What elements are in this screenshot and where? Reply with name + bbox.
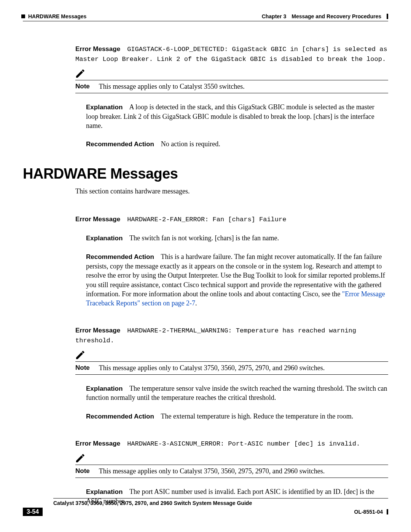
explanation-text: The temperature sensor valve inside the … <box>86 385 387 402</box>
footer-right: OL-8551-04 <box>354 509 388 515</box>
page-number-badge: 3-54 <box>23 508 43 516</box>
error-message-block: Error Message GIGASTACK-6-LOOP_DETECTED:… <box>75 44 388 64</box>
bar-icon <box>387 509 388 514</box>
section-intro: This section contains hardware messages. <box>75 187 388 195</box>
page-header: HARDWARE Messages Chapter 3 Message and … <box>23 13 388 19</box>
chapter-title: Message and Recovery Procedures <box>292 13 381 19</box>
footer-guide-title: Catalyst 3750, 3560, 3550, 2975, 2970, a… <box>53 500 388 506</box>
note-label: Note <box>75 467 90 475</box>
footer-rule <box>53 498 388 498</box>
error-message-label: Error Message <box>75 216 120 223</box>
note-text: This message applies only to Catalyst 35… <box>99 83 245 91</box>
error-message-code: HARDWARE-3-ASICNUM_ERROR: Port-ASIC numb… <box>127 440 360 447</box>
header-rule <box>23 21 388 21</box>
action-block: Recommended Action This is a hardware fa… <box>75 252 388 308</box>
section-title: HARDWARE Messages <box>23 166 388 182</box>
header-section: HARDWARE Messages <box>28 13 86 19</box>
action-label: Recommended Action <box>86 413 154 420</box>
note-block: Note This message applies only to Cataly… <box>75 454 388 478</box>
pencil-icon <box>75 454 85 462</box>
note-block: Note This message applies only to Cataly… <box>75 69 388 93</box>
explanation-label: Explanation <box>86 488 123 495</box>
bar-icon <box>387 14 388 19</box>
action-text: The external temperature is high. Reduce… <box>161 412 354 420</box>
content: Error Message GIGASTACK-6-LOOP_DETECTED:… <box>23 44 388 506</box>
explanation-label: Explanation <box>86 385 123 392</box>
bullet-icon <box>21 14 25 18</box>
error-message-block: Error Message HARDWARE-2-THERMAL_WARNING… <box>75 326 388 345</box>
doc-id: OL-8551-04 <box>354 509 383 515</box>
explanation-block: Explanation A loop is detected in the st… <box>75 102 388 131</box>
note-label: Note <box>75 83 90 90</box>
chapter-label: Chapter 3 <box>262 13 287 19</box>
page: HARDWARE Messages Chapter 3 Message and … <box>0 0 411 532</box>
pencil-icon <box>75 69 85 78</box>
note-text: This message applies only to Catalyst 37… <box>99 364 325 372</box>
action-block: Recommended Action The external temperat… <box>75 412 388 421</box>
page-footer: Catalyst 3750, 3560, 3550, 2975, 2970, a… <box>23 498 388 516</box>
explanation-text: The switch fan is not working. [chars] i… <box>129 234 279 242</box>
pencil-icon <box>75 351 85 359</box>
note-label: Note <box>75 364 90 372</box>
header-right: Chapter 3 Message and Recovery Procedure… <box>262 13 388 19</box>
error-message-code: HARDWARE-2-FAN_ERROR: Fan [chars] Failur… <box>127 216 286 223</box>
action-label: Recommended Action <box>86 253 154 260</box>
action-text: No action is required. <box>161 140 220 148</box>
action-block: Recommended Action No action is required… <box>75 139 388 149</box>
error-message-block: Error Message HARDWARE-3-ASICNUM_ERROR: … <box>75 439 388 449</box>
header-left: HARDWARE Messages <box>21 13 86 19</box>
error-message-label: Error Message <box>75 327 120 334</box>
note-block: Note This message applies only to Cataly… <box>75 351 388 375</box>
explanation-block: Explanation The temperature sensor valve… <box>75 384 388 403</box>
explanation-label: Explanation <box>86 104 123 111</box>
explanation-text: A loop is detected in the stack, and thi… <box>86 103 374 129</box>
action-label: Recommended Action <box>86 141 154 148</box>
explanation-label: Explanation <box>86 235 123 242</box>
error-message-block: Error Message HARDWARE-2-FAN_ERROR: Fan … <box>75 214 388 224</box>
explanation-block: Explanation The switch fan is not workin… <box>75 233 388 243</box>
action-text-after: . <box>195 299 197 307</box>
note-text: This message applies only to Catalyst 37… <box>99 467 325 475</box>
error-message-label: Error Message <box>75 440 120 447</box>
error-message-label: Error Message <box>75 45 120 53</box>
